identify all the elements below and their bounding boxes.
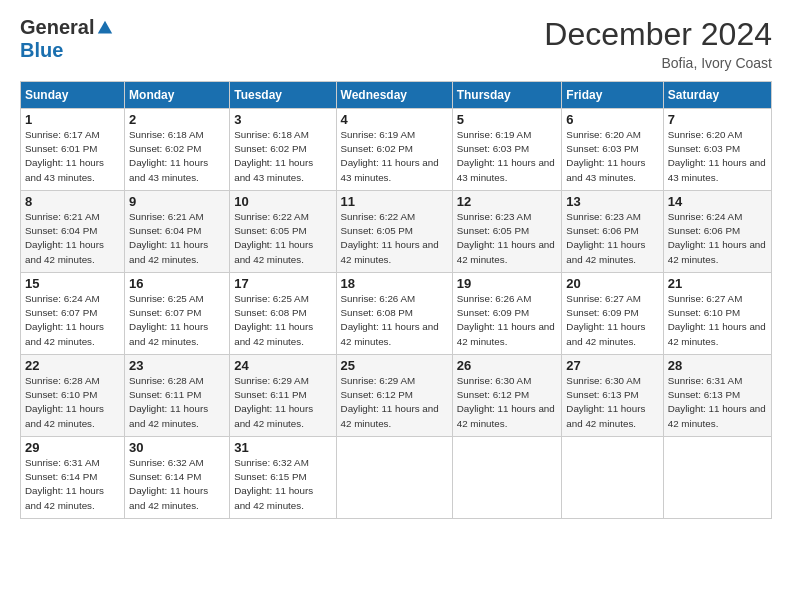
title-block: December 2024 Bofia, Ivory Coast	[544, 16, 772, 71]
header: General Blue December 2024 Bofia, Ivory …	[20, 16, 772, 71]
logo-icon	[96, 19, 114, 37]
logo: General Blue	[20, 16, 114, 62]
calendar-cell: 30 Sunrise: 6:32 AMSunset: 6:14 PMDaylig…	[125, 437, 230, 519]
calendar-week-1: 1 Sunrise: 6:17 AMSunset: 6:01 PMDayligh…	[21, 109, 772, 191]
day-number: 25	[341, 358, 448, 373]
calendar-cell: 2 Sunrise: 6:18 AMSunset: 6:02 PMDayligh…	[125, 109, 230, 191]
calendar-cell: 20 Sunrise: 6:27 AMSunset: 6:09 PMDaylig…	[562, 273, 663, 355]
calendar-week-4: 22 Sunrise: 6:28 AMSunset: 6:10 PMDaylig…	[21, 355, 772, 437]
day-detail: Sunrise: 6:21 AMSunset: 6:04 PMDaylight:…	[129, 211, 208, 265]
calendar-header-tuesday: Tuesday	[230, 82, 336, 109]
day-detail: Sunrise: 6:20 AMSunset: 6:03 PMDaylight:…	[668, 129, 766, 183]
day-number: 10	[234, 194, 331, 209]
day-number: 1	[25, 112, 120, 127]
day-detail: Sunrise: 6:29 AMSunset: 6:12 PMDaylight:…	[341, 375, 439, 429]
day-number: 21	[668, 276, 767, 291]
day-number: 11	[341, 194, 448, 209]
day-number: 12	[457, 194, 558, 209]
location: Bofia, Ivory Coast	[544, 55, 772, 71]
calendar-week-5: 29 Sunrise: 6:31 AMSunset: 6:14 PMDaylig…	[21, 437, 772, 519]
day-number: 14	[668, 194, 767, 209]
day-number: 8	[25, 194, 120, 209]
day-number: 5	[457, 112, 558, 127]
day-detail: Sunrise: 6:19 AMSunset: 6:03 PMDaylight:…	[457, 129, 555, 183]
day-number: 16	[129, 276, 225, 291]
calendar-cell: 4 Sunrise: 6:19 AMSunset: 6:02 PMDayligh…	[336, 109, 452, 191]
calendar-cell: 31 Sunrise: 6:32 AMSunset: 6:15 PMDaylig…	[230, 437, 336, 519]
calendar-cell: 9 Sunrise: 6:21 AMSunset: 6:04 PMDayligh…	[125, 191, 230, 273]
calendar-cell: 11 Sunrise: 6:22 AMSunset: 6:05 PMDaylig…	[336, 191, 452, 273]
calendar-cell: 7 Sunrise: 6:20 AMSunset: 6:03 PMDayligh…	[663, 109, 771, 191]
day-detail: Sunrise: 6:30 AMSunset: 6:13 PMDaylight:…	[566, 375, 645, 429]
day-detail: Sunrise: 6:20 AMSunset: 6:03 PMDaylight:…	[566, 129, 645, 183]
day-detail: Sunrise: 6:18 AMSunset: 6:02 PMDaylight:…	[234, 129, 313, 183]
day-number: 15	[25, 276, 120, 291]
calendar-header-monday: Monday	[125, 82, 230, 109]
day-detail: Sunrise: 6:31 AMSunset: 6:14 PMDaylight:…	[25, 457, 104, 511]
day-number: 31	[234, 440, 331, 455]
day-detail: Sunrise: 6:22 AMSunset: 6:05 PMDaylight:…	[234, 211, 313, 265]
page: General Blue December 2024 Bofia, Ivory …	[0, 0, 792, 529]
day-detail: Sunrise: 6:29 AMSunset: 6:11 PMDaylight:…	[234, 375, 313, 429]
day-detail: Sunrise: 6:24 AMSunset: 6:07 PMDaylight:…	[25, 293, 104, 347]
calendar-cell: 17 Sunrise: 6:25 AMSunset: 6:08 PMDaylig…	[230, 273, 336, 355]
day-detail: Sunrise: 6:23 AMSunset: 6:05 PMDaylight:…	[457, 211, 555, 265]
day-number: 26	[457, 358, 558, 373]
calendar-cell: 29 Sunrise: 6:31 AMSunset: 6:14 PMDaylig…	[21, 437, 125, 519]
day-detail: Sunrise: 6:21 AMSunset: 6:04 PMDaylight:…	[25, 211, 104, 265]
calendar-cell: 13 Sunrise: 6:23 AMSunset: 6:06 PMDaylig…	[562, 191, 663, 273]
day-number: 13	[566, 194, 658, 209]
calendar-body: 1 Sunrise: 6:17 AMSunset: 6:01 PMDayligh…	[21, 109, 772, 519]
day-detail: Sunrise: 6:18 AMSunset: 6:02 PMDaylight:…	[129, 129, 208, 183]
calendar-header-row: SundayMondayTuesdayWednesdayThursdayFrid…	[21, 82, 772, 109]
day-number: 20	[566, 276, 658, 291]
day-detail: Sunrise: 6:26 AMSunset: 6:08 PMDaylight:…	[341, 293, 439, 347]
calendar-cell: 6 Sunrise: 6:20 AMSunset: 6:03 PMDayligh…	[562, 109, 663, 191]
logo-blue-text: Blue	[20, 39, 63, 62]
day-number: 29	[25, 440, 120, 455]
calendar-header-friday: Friday	[562, 82, 663, 109]
day-number: 22	[25, 358, 120, 373]
day-detail: Sunrise: 6:17 AMSunset: 6:01 PMDaylight:…	[25, 129, 104, 183]
day-number: 7	[668, 112, 767, 127]
calendar-cell: 24 Sunrise: 6:29 AMSunset: 6:11 PMDaylig…	[230, 355, 336, 437]
calendar-header-wednesday: Wednesday	[336, 82, 452, 109]
day-number: 28	[668, 358, 767, 373]
day-detail: Sunrise: 6:25 AMSunset: 6:07 PMDaylight:…	[129, 293, 208, 347]
calendar-cell: 10 Sunrise: 6:22 AMSunset: 6:05 PMDaylig…	[230, 191, 336, 273]
calendar-header-saturday: Saturday	[663, 82, 771, 109]
day-number: 19	[457, 276, 558, 291]
day-detail: Sunrise: 6:32 AMSunset: 6:14 PMDaylight:…	[129, 457, 208, 511]
svg-marker-0	[98, 20, 112, 33]
day-number: 2	[129, 112, 225, 127]
day-detail: Sunrise: 6:31 AMSunset: 6:13 PMDaylight:…	[668, 375, 766, 429]
day-number: 6	[566, 112, 658, 127]
calendar-cell: 28 Sunrise: 6:31 AMSunset: 6:13 PMDaylig…	[663, 355, 771, 437]
day-detail: Sunrise: 6:23 AMSunset: 6:06 PMDaylight:…	[566, 211, 645, 265]
day-number: 4	[341, 112, 448, 127]
calendar-cell: 25 Sunrise: 6:29 AMSunset: 6:12 PMDaylig…	[336, 355, 452, 437]
calendar-cell: 23 Sunrise: 6:28 AMSunset: 6:11 PMDaylig…	[125, 355, 230, 437]
day-detail: Sunrise: 6:27 AMSunset: 6:10 PMDaylight:…	[668, 293, 766, 347]
day-number: 18	[341, 276, 448, 291]
day-detail: Sunrise: 6:32 AMSunset: 6:15 PMDaylight:…	[234, 457, 313, 511]
calendar-header-thursday: Thursday	[452, 82, 562, 109]
calendar-cell	[452, 437, 562, 519]
day-detail: Sunrise: 6:24 AMSunset: 6:06 PMDaylight:…	[668, 211, 766, 265]
calendar-week-3: 15 Sunrise: 6:24 AMSunset: 6:07 PMDaylig…	[21, 273, 772, 355]
calendar-cell: 18 Sunrise: 6:26 AMSunset: 6:08 PMDaylig…	[336, 273, 452, 355]
calendar-cell: 5 Sunrise: 6:19 AMSunset: 6:03 PMDayligh…	[452, 109, 562, 191]
calendar-cell: 3 Sunrise: 6:18 AMSunset: 6:02 PMDayligh…	[230, 109, 336, 191]
day-detail: Sunrise: 6:26 AMSunset: 6:09 PMDaylight:…	[457, 293, 555, 347]
day-number: 27	[566, 358, 658, 373]
calendar-cell: 19 Sunrise: 6:26 AMSunset: 6:09 PMDaylig…	[452, 273, 562, 355]
day-number: 17	[234, 276, 331, 291]
day-detail: Sunrise: 6:25 AMSunset: 6:08 PMDaylight:…	[234, 293, 313, 347]
calendar-cell	[336, 437, 452, 519]
day-number: 9	[129, 194, 225, 209]
day-detail: Sunrise: 6:28 AMSunset: 6:11 PMDaylight:…	[129, 375, 208, 429]
calendar-cell: 12 Sunrise: 6:23 AMSunset: 6:05 PMDaylig…	[452, 191, 562, 273]
calendar-cell: 27 Sunrise: 6:30 AMSunset: 6:13 PMDaylig…	[562, 355, 663, 437]
day-number: 24	[234, 358, 331, 373]
day-detail: Sunrise: 6:22 AMSunset: 6:05 PMDaylight:…	[341, 211, 439, 265]
